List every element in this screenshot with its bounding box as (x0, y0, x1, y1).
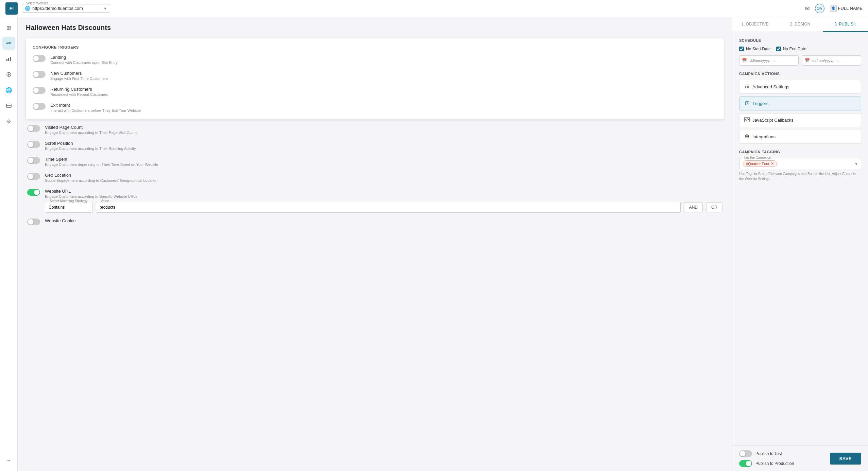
topbar-right: ✉ 1% 👤 FULL NAME (805, 4, 863, 13)
trigger-new-customers: New Customers Engage with First-Time Cus… (33, 71, 717, 81)
landing-desc: Connect with Customers upon Site Entry (50, 60, 118, 65)
exit-intent-slider (33, 103, 46, 110)
and-button[interactable]: AND (684, 202, 703, 212)
new-customers-label: New Customers (50, 71, 108, 76)
advanced-settings-label: Advanced Settings (752, 84, 789, 89)
scroll-position-desc: Engage Customers according to Their Scro… (45, 146, 136, 151)
tag-remove-btn[interactable]: ✕ (771, 161, 774, 166)
svg-rect-0 (6, 59, 7, 61)
returning-customers-toggle[interactable] (33, 87, 46, 94)
end-cal-icon: 📅 (805, 58, 810, 63)
visited-page-count-slider (27, 125, 40, 132)
sidebar-item-settings[interactable]: ⚙ (2, 115, 15, 128)
website-url-display: https://demo.fluentos.com (32, 6, 103, 11)
sidebar: ⊞ A/B 🌐 ⚙ → (0, 17, 18, 471)
app-logo: FI (5, 2, 18, 15)
landing-toggle[interactable] (33, 55, 46, 62)
website-select-wrapper[interactable]: Select Website 🌐 https://demo.fluentos.c… (22, 4, 110, 13)
publish-row: Publish to Test Publish to Production SA… (732, 446, 868, 471)
publish-to-test-toggle[interactable] (739, 450, 752, 457)
geo-location-toggle[interactable] (27, 173, 40, 180)
visited-page-count-label: Visited Page Count (45, 125, 137, 130)
website-url-text: Website URL Engage Customers according t… (45, 189, 137, 198)
website-select-chevron: ▼ (103, 6, 107, 11)
time-spent-desc: Engage Customers depending on Their Time… (45, 162, 158, 167)
save-button[interactable]: SAVE (830, 453, 861, 465)
no-start-date-label[interactable]: No Start Date (739, 47, 771, 51)
campaign-actions-heading: CAMPAIGN ACTIONS (739, 72, 861, 76)
triggers-label: Triggers (752, 101, 768, 106)
sidebar-bottom: → (2, 454, 15, 467)
no-start-date-checkbox[interactable] (739, 47, 744, 51)
sidebar-item-segments[interactable] (2, 68, 15, 81)
triggers-icon (744, 100, 750, 107)
publish-to-production-toggle[interactable] (739, 460, 752, 467)
configure-triggers-card: CONFIGURE TRIGGERS Landing Connect with … (26, 38, 724, 119)
time-spent-toggle[interactable] (27, 157, 40, 164)
landing-label: Landing (50, 55, 118, 60)
website-cookie-toggle[interactable] (27, 219, 40, 225)
returning-customers-text: Returning Customers Reconnect with Repea… (50, 87, 108, 97)
campaign-tagging-section: CAMPAIGN TAGGING Tag the Campaign #Quart… (739, 150, 861, 181)
value-input-wrapper: Value (96, 202, 681, 213)
tag-select-wrapper[interactable]: Tag the Campaign #Quarter Four ✕ ▼ (739, 158, 861, 169)
advanced-settings-button[interactable]: Advanced Settings (739, 80, 861, 94)
trigger-landing: Landing Connect with Customers upon Site… (33, 55, 717, 65)
trigger-website-url: Website URL Engage Customers according t… (27, 189, 722, 213)
landing-slider (33, 55, 46, 62)
triggers-button[interactable]: Triggers (739, 97, 861, 110)
publish-to-production-slider (739, 460, 752, 467)
end-date-input[interactable] (802, 55, 862, 66)
trigger-exit-intent: Exit Intent Interact with Customers befo… (33, 103, 717, 112)
campaign-actions-section: CAMPAIGN ACTIONS Advanced Settings Trigg… (739, 72, 861, 144)
campaign-tagging-heading: CAMPAIGN TAGGING (739, 150, 861, 154)
sidebar-item-ab-test[interactable]: A/B (2, 37, 15, 50)
svg-rect-2 (10, 57, 11, 61)
tag-chevron: ▼ (854, 162, 858, 166)
website-url-toggle[interactable] (27, 189, 40, 196)
sidebar-item-logout[interactable]: → (2, 454, 15, 467)
integrations-button[interactable]: Integrations (739, 130, 861, 144)
time-spent-slider (27, 157, 40, 164)
website-select-label: Select Website (25, 1, 50, 5)
tab-objective[interactable]: 1. OBJECTIVE (732, 17, 778, 32)
svg-line-18 (747, 118, 747, 121)
start-date-input[interactable] (739, 55, 799, 66)
notification-button[interactable]: ✉ (805, 5, 810, 12)
new-customers-toggle[interactable] (33, 71, 46, 78)
visited-page-count-toggle[interactable] (27, 125, 40, 132)
tab-publish[interactable]: 3. PUBLISH (823, 17, 868, 32)
publish-toggles: Publish to Test Publish to Production (739, 450, 794, 467)
time-spent-text: Time Spent Engage Customers depending on… (45, 157, 158, 167)
sidebar-item-analytics[interactable] (2, 52, 15, 65)
visited-page-count-text: Visited Page Count Engage Customers acco… (45, 125, 137, 135)
right-panel-content: SCHEDULE No Start Date No End Date 📅 (732, 32, 868, 446)
publish-to-test-label: Publish to Test (755, 451, 782, 456)
website-url-filter-row: Select Matching Strategy Contains Equals… (45, 202, 722, 213)
svg-rect-7 (6, 104, 11, 107)
user-info: 👤 FULL NAME (830, 5, 863, 12)
sidebar-item-globe[interactable]: 🌐 (2, 84, 15, 97)
or-button[interactable]: OR (706, 202, 722, 212)
strategy-select[interactable]: Contains Equals Starts With Ends With (45, 202, 92, 213)
website-url-header: Website URL Engage Customers according t… (27, 189, 722, 198)
sidebar-item-dashboard[interactable]: ⊞ (2, 21, 15, 34)
sidebar-item-credit[interactable] (2, 99, 15, 112)
javascript-callbacks-button[interactable]: JavaScript Callbacks (739, 113, 861, 127)
tag-text: #Quarter Four (746, 162, 769, 166)
tag-quarter-four: #Quarter Four ✕ (743, 160, 777, 167)
scroll-position-toggle[interactable] (27, 141, 40, 148)
new-customers-slider (33, 71, 46, 78)
publish-to-production-item: Publish to Production (739, 460, 794, 467)
below-triggers: Visited Page Count Engage Customers acco… (26, 125, 724, 225)
exit-intent-toggle[interactable] (33, 103, 46, 110)
javascript-callbacks-icon (744, 117, 750, 123)
website-cookie-slider (27, 219, 40, 225)
no-end-date-label[interactable]: No End Date (776, 47, 806, 51)
value-input[interactable] (96, 202, 681, 213)
strategy-label: Select Matching Strategy (48, 199, 89, 203)
exit-intent-text: Exit Intent Interact with Customers befo… (50, 103, 141, 112)
no-end-date-checkbox[interactable] (776, 47, 781, 51)
tab-design[interactable]: 2. DESIGN (778, 17, 823, 32)
advanced-settings-icon (744, 84, 750, 90)
